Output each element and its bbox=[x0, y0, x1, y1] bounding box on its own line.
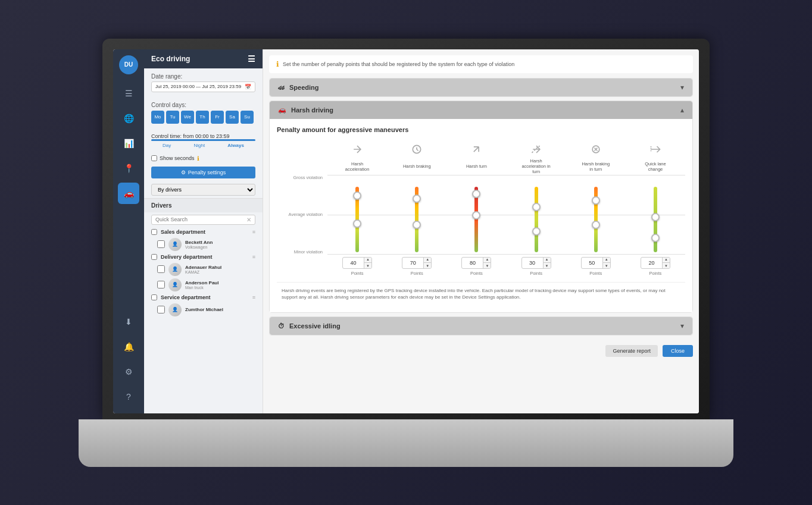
points-val-harsh-acceleration: 40 bbox=[343, 260, 364, 266]
nav-settings-icon[interactable]: ⚙ bbox=[118, 361, 139, 382]
pts-up-harsh-braking[interactable]: ▲ bbox=[424, 257, 431, 263]
handle-lower-harsh-turn[interactable] bbox=[472, 211, 480, 219]
date-range-section: Date range: Jul 25, 2019 00:00 — Jul 25,… bbox=[144, 68, 263, 97]
nav-globe-icon[interactable]: 🌐 bbox=[118, 108, 139, 129]
handle-upper-harsh-accel-turn[interactable] bbox=[532, 203, 541, 211]
left-panel-header: Eco driving ☰ bbox=[144, 49, 263, 68]
driver-anderson-name: Anderson Paul bbox=[185, 280, 218, 286]
handle-lower-harsh-braking-turn[interactable] bbox=[592, 221, 600, 229]
dept-service: Service department ≡ bbox=[144, 293, 263, 302]
penalty-settings-label: Penalty settings bbox=[188, 170, 226, 175]
pts-down-harsh-braking-turn[interactable]: ▼ bbox=[603, 263, 610, 269]
nav-bell-icon[interactable]: 🔔 bbox=[118, 336, 139, 357]
panel-menu-icon[interactable]: ☰ bbox=[248, 54, 255, 64]
handle-upper-harsh-acceleration[interactable] bbox=[353, 192, 361, 200]
nav-help-icon[interactable]: ? bbox=[118, 386, 139, 407]
handle-upper-harsh-braking-turn[interactable] bbox=[592, 196, 600, 205]
slider-harsh-acceleration[interactable] bbox=[348, 175, 366, 252]
penalty-settings-icon: ⚙ bbox=[181, 170, 186, 175]
show-seconds-checkbox[interactable] bbox=[151, 155, 157, 161]
pts-down-harsh-braking[interactable]: ▼ bbox=[424, 263, 431, 269]
driver-adenauer: 👤 Adenauer Rahul KAMAZ bbox=[144, 262, 263, 277]
points-ctrl-quick-lane-change: 20 ▲ ▼ bbox=[641, 257, 670, 269]
close-button[interactable]: Close bbox=[663, 345, 693, 357]
time-option-day[interactable]: Day bbox=[163, 143, 171, 148]
dept-sales-icon: ≡ bbox=[252, 229, 255, 235]
penalty-settings-button[interactable]: ⚙ Penalty settings bbox=[151, 167, 255, 178]
dept-service-checkbox[interactable] bbox=[151, 294, 157, 300]
nav-vehicle-icon[interactable]: 🚗 bbox=[118, 183, 139, 204]
dept-service-name: Service department bbox=[161, 294, 211, 300]
dept-delivery-checkbox[interactable] bbox=[151, 254, 157, 260]
driver-zumthor-name: Zumthor Michael bbox=[185, 307, 223, 312]
driver-adenauer-checkbox[interactable] bbox=[157, 265, 165, 273]
dept-delivery-name: Delivery department bbox=[161, 254, 213, 260]
nav-menu-icon[interactable]: ☰ bbox=[118, 83, 139, 104]
points-label-harsh-turn: Points bbox=[470, 271, 483, 276]
time-option-always[interactable]: Always bbox=[227, 143, 244, 148]
driver-beckett: 👤 Beckett Ann Volkswagen bbox=[144, 237, 263, 252]
nav-download-icon[interactable]: ⬇ bbox=[118, 311, 139, 333]
handle-upper-harsh-turn[interactable] bbox=[472, 190, 480, 198]
search-clear-icon[interactable]: ✕ bbox=[246, 217, 251, 223]
pts-up-harsh-braking-turn[interactable]: ▲ bbox=[603, 257, 610, 263]
excessive-idling-title: Excessive idling bbox=[289, 322, 341, 330]
panel-title: Eco driving bbox=[151, 55, 190, 63]
day-th[interactable]: Th bbox=[196, 111, 209, 124]
pts-down-harsh-turn[interactable]: ▼ bbox=[483, 263, 491, 269]
day-fr[interactable]: Fr bbox=[211, 111, 224, 124]
speeding-header[interactable]: 🏎 Speeding ▾ bbox=[270, 79, 692, 96]
title-harsh-accel-turn: Harshacceleration inturn bbox=[521, 158, 550, 175]
generate-report-button[interactable]: Generate report bbox=[605, 345, 658, 357]
day-mo[interactable]: Mo bbox=[151, 111, 164, 124]
icon-harsh-accel-turn bbox=[530, 140, 542, 158]
pts-down-quick-lane-change[interactable]: ▼ bbox=[663, 263, 670, 269]
handle-lower-quick-lane-change[interactable] bbox=[651, 234, 660, 242]
excessive-idling-chevron: ▾ bbox=[680, 322, 684, 330]
slider-harsh-braking-turn[interactable] bbox=[587, 175, 605, 252]
harsh-driving-chevron: ▴ bbox=[680, 106, 684, 114]
date-range-input[interactable]: Jul 25, 2019 00:00 — Jul 25, 2019 23:59 … bbox=[151, 81, 255, 92]
driver-beckett-checkbox[interactable] bbox=[157, 240, 165, 248]
slider-harsh-turn[interactable] bbox=[467, 175, 485, 252]
user-avatar[interactable]: DU bbox=[119, 55, 138, 74]
points-label-quick-lane-change: Points bbox=[649, 271, 662, 276]
harsh-driving-header[interactable]: 🚗 Harsh driving ▴ bbox=[270, 101, 692, 119]
icon-quick-lane-change bbox=[649, 140, 661, 158]
nav-stats-icon[interactable]: 📊 bbox=[118, 133, 139, 154]
pts-up-quick-lane-change[interactable]: ▲ bbox=[663, 257, 670, 263]
dept-sales-checkbox[interactable] bbox=[151, 229, 157, 235]
track-harsh-braking bbox=[415, 187, 419, 252]
group-by-select[interactable]: By drivers By vehicles bbox=[151, 184, 255, 196]
handle-upper-harsh-braking[interactable] bbox=[413, 195, 421, 203]
driver-zumthor-info: Zumthor Michael bbox=[185, 307, 223, 312]
nav-location-icon[interactable]: 📍 bbox=[118, 158, 139, 179]
pts-down-harsh-acceleration[interactable]: ▼ bbox=[364, 263, 371, 269]
driver-zumthor-checkbox[interactable] bbox=[157, 306, 165, 313]
speeding-header-left: 🏎 Speeding bbox=[278, 84, 319, 91]
harsh-driving-body: Penalty amount for aggressive maneuvers … bbox=[270, 119, 692, 312]
driver-anderson-checkbox[interactable] bbox=[157, 281, 165, 288]
pts-down-harsh-accel-turn[interactable]: ▼ bbox=[544, 263, 551, 269]
pts-up-harsh-accel-turn[interactable]: ▲ bbox=[544, 257, 551, 263]
day-sa[interactable]: Sa bbox=[226, 111, 239, 124]
slider-harsh-accel-turn[interactable] bbox=[527, 175, 545, 252]
handle-upper-quick-lane-change[interactable] bbox=[651, 213, 660, 221]
excessive-idling-header[interactable]: ⏱ Excessive idling ▾ bbox=[270, 317, 692, 335]
time-option-night[interactable]: Night bbox=[193, 143, 205, 148]
handle-lower-harsh-accel-turn[interactable] bbox=[532, 227, 541, 236]
y-label-average: Average violation bbox=[289, 212, 323, 217]
driver-search-input[interactable] bbox=[155, 217, 246, 222]
handle-lower-harsh-braking[interactable] bbox=[413, 221, 421, 229]
day-su[interactable]: Su bbox=[241, 111, 254, 124]
time-slider[interactable] bbox=[151, 139, 255, 141]
handle-lower-harsh-acceleration[interactable] bbox=[353, 219, 361, 228]
pts-up-harsh-acceleration[interactable]: ▲ bbox=[364, 257, 371, 263]
day-tu[interactable]: Tu bbox=[166, 111, 179, 124]
pts-up-harsh-turn[interactable]: ▲ bbox=[483, 257, 491, 263]
slider-harsh-braking[interactable] bbox=[408, 175, 426, 252]
info-icon: ℹ bbox=[276, 60, 279, 68]
day-we[interactable]: We bbox=[181, 111, 194, 124]
slider-quick-lane-change[interactable] bbox=[647, 175, 664, 252]
icon-harsh-braking bbox=[411, 140, 423, 158]
